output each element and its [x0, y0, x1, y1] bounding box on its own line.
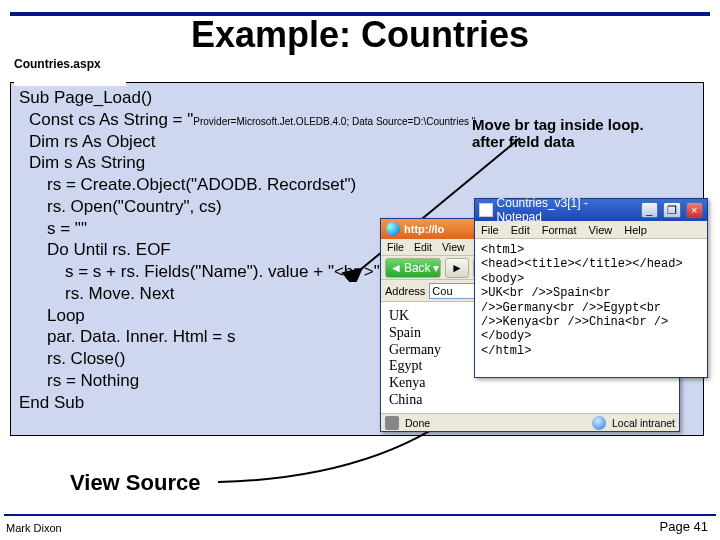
code-text-small: Provider=Microsoft.Jet.OLEDB.4.0; Data S…	[193, 116, 475, 127]
menu-view[interactable]: View	[442, 241, 465, 253]
src-line: />>Kenya<br />>China<br />	[481, 315, 701, 329]
np-menu-file[interactable]: File	[481, 224, 499, 236]
notepad-icon	[479, 203, 493, 217]
view-source-label: View Source	[70, 470, 200, 496]
forward-button[interactable]: ►	[445, 258, 469, 278]
close-button[interactable]: ×	[686, 202, 703, 218]
status-zone: Local intranet	[612, 417, 675, 429]
src-line: >UK<br />>Spain<br	[481, 286, 701, 300]
menu-file[interactable]: File	[387, 241, 404, 253]
bottom-rule	[4, 514, 716, 516]
src-line: />>Germany<br />>Egypt<br	[481, 301, 701, 315]
code-line: Sub Page_Load()	[19, 87, 695, 109]
np-menu-format[interactable]: Format	[542, 224, 577, 236]
notepad-title: Countries_v3[1] - Notepad	[497, 196, 632, 224]
page-line: China	[389, 392, 671, 409]
slide-title: Example: Countries	[0, 14, 720, 56]
notepad-menubar[interactable]: File Edit Format View Help	[475, 221, 707, 239]
browser-statusbar: Done Local intranet	[381, 413, 679, 431]
done-icon	[385, 416, 399, 430]
annotation-line: after field data	[472, 133, 702, 150]
annotation-line: Move br tag inside loop.	[472, 116, 702, 133]
annotation: Move br tag inside loop. after field dat…	[472, 116, 702, 151]
np-menu-edit[interactable]: Edit	[511, 224, 530, 236]
file-label: Countries.aspx	[14, 58, 126, 86]
minimize-button[interactable]: _	[641, 202, 658, 218]
src-line: </html>	[481, 344, 701, 358]
address-label: Address	[385, 285, 425, 297]
code-line: rs = Create.Object("ADODB. Recordset")	[47, 174, 695, 196]
src-line: <body>	[481, 272, 701, 286]
menu-edit[interactable]: Edit	[414, 241, 432, 253]
src-line: </body>	[481, 329, 701, 343]
footer-page: Page 41	[660, 519, 708, 534]
np-menu-help[interactable]: Help	[624, 224, 647, 236]
code-text: Const cs As String = "	[29, 110, 193, 129]
notepad-titlebar: Countries_v3[1] - Notepad _ ❐ ×	[475, 199, 707, 221]
intranet-icon	[592, 416, 606, 430]
src-line: <html>	[481, 243, 701, 257]
status-done: Done	[405, 417, 430, 429]
back-label: Back	[404, 261, 431, 275]
back-button[interactable]: ◄ Back ▾	[385, 258, 441, 278]
np-menu-view[interactable]: View	[589, 224, 613, 236]
footer-author: Mark Dixon	[6, 522, 62, 534]
code-line: Dim s As String	[29, 152, 695, 174]
notepad-body[interactable]: <html> <head><title></title></head> <bod…	[475, 239, 707, 362]
src-line: <head><title></title></head>	[481, 257, 701, 271]
maximize-button[interactable]: ❐	[663, 202, 680, 218]
notepad-window: Countries_v3[1] - Notepad _ ❐ × File Edi…	[474, 198, 708, 378]
browser-title: http://lo	[404, 223, 444, 235]
ie-icon	[386, 222, 400, 236]
